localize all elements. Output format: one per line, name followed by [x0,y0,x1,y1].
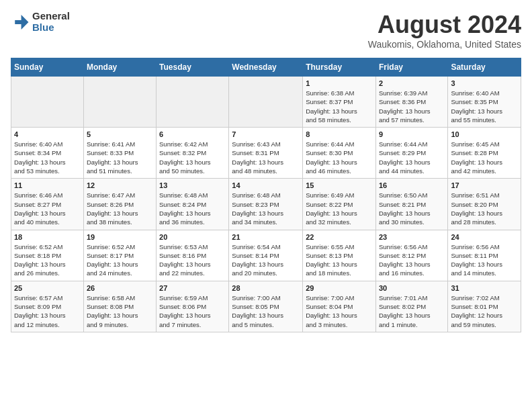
day-info: Sunrise: 6:51 AM Sunset: 8:20 PM Dayligh… [451,191,518,226]
day-number: 13 [159,181,226,189]
location-text: Waukomis, Oklahoma, United States [368,39,521,50]
day-number: 20 [159,233,226,241]
calendar-cell: 24Sunrise: 6:56 AM Sunset: 8:11 PM Dayli… [448,230,521,281]
day-number: 5 [87,130,153,138]
calendar-cell: 20Sunrise: 6:53 AM Sunset: 8:16 PM Dayli… [157,230,229,281]
day-number: 2 [379,79,445,87]
day-info: Sunrise: 6:47 AM Sunset: 8:26 PM Dayligh… [87,191,153,226]
calendar-cell: 12Sunrise: 6:47 AM Sunset: 8:26 PM Dayli… [83,179,156,230]
logo-blue-text: Blue [32,22,70,34]
day-info: Sunrise: 6:38 AM Sunset: 8:37 PM Dayligh… [306,89,373,124]
calendar-cell: 4Sunrise: 6:40 AM Sunset: 8:34 PM Daylig… [11,128,84,179]
day-number: 19 [87,233,153,241]
page-header: General Blue August 2024 Waukomis, Oklah… [11,11,521,50]
day-number: 9 [379,130,445,138]
calendar-cell: 21Sunrise: 6:54 AM Sunset: 8:14 PM Dayli… [229,230,303,281]
day-number: 27 [159,284,226,292]
calendar-cell [11,77,84,128]
day-header-friday: Friday [375,58,447,77]
day-info: Sunrise: 6:57 AM Sunset: 8:09 PM Dayligh… [14,293,81,329]
calendar-cell: 31Sunrise: 7:02 AM Sunset: 8:01 PM Dayli… [448,281,521,332]
day-info: Sunrise: 6:52 AM Sunset: 8:18 PM Dayligh… [14,242,81,278]
day-number: 29 [306,284,373,292]
calendar-body: 1Sunrise: 6:38 AM Sunset: 8:37 PM Daylig… [11,77,521,332]
month-title: August 2024 [368,11,521,39]
day-info: Sunrise: 7:00 AM Sunset: 8:05 PM Dayligh… [232,293,300,329]
calendar-cell: 6Sunrise: 6:42 AM Sunset: 8:32 PM Daylig… [157,128,229,179]
day-number: 21 [232,233,300,241]
day-number: 10 [451,130,518,138]
calendar-cell: 1Sunrise: 6:38 AM Sunset: 8:37 PM Daylig… [303,77,376,128]
day-info: Sunrise: 6:54 AM Sunset: 8:14 PM Dayligh… [232,242,300,278]
calendar-week-1: 1Sunrise: 6:38 AM Sunset: 8:37 PM Daylig… [11,77,521,128]
calendar-cell: 27Sunrise: 6:59 AM Sunset: 8:06 PM Dayli… [157,281,229,332]
day-number: 16 [379,181,445,189]
day-info: Sunrise: 7:01 AM Sunset: 8:02 PM Dayligh… [379,293,445,329]
calendar-cell: 11Sunrise: 6:46 AM Sunset: 8:27 PM Dayli… [11,179,84,230]
day-info: Sunrise: 7:02 AM Sunset: 8:01 PM Dayligh… [451,293,518,329]
day-info: Sunrise: 6:53 AM Sunset: 8:16 PM Dayligh… [159,242,226,278]
calendar-cell: 13Sunrise: 6:48 AM Sunset: 8:24 PM Dayli… [157,179,229,230]
day-header-tuesday: Tuesday [157,58,229,77]
day-info: Sunrise: 6:46 AM Sunset: 8:27 PM Dayligh… [14,191,81,226]
calendar-cell: 5Sunrise: 6:41 AM Sunset: 8:33 PM Daylig… [83,128,156,179]
calendar-week-4: 18Sunrise: 6:52 AM Sunset: 8:18 PM Dayli… [11,230,521,281]
day-number: 22 [306,233,373,241]
day-number: 4 [14,130,81,138]
day-number: 28 [232,284,300,292]
calendar-week-2: 4Sunrise: 6:40 AM Sunset: 8:34 PM Daylig… [11,128,521,179]
day-header-sunday: Sunday [11,58,84,77]
day-number: 7 [232,130,300,138]
calendar-cell: 3Sunrise: 6:40 AM Sunset: 8:35 PM Daylig… [448,77,521,128]
calendar-cell: 15Sunrise: 6:49 AM Sunset: 8:22 PM Dayli… [303,179,376,230]
day-info: Sunrise: 7:00 AM Sunset: 8:04 PM Dayligh… [306,293,373,329]
day-info: Sunrise: 6:52 AM Sunset: 8:17 PM Dayligh… [87,242,153,278]
calendar-cell [229,77,303,128]
title-block: August 2024 Waukomis, Oklahoma, United S… [368,11,521,50]
calendar-cell: 29Sunrise: 7:00 AM Sunset: 8:04 PM Dayli… [303,281,376,332]
day-number: 23 [379,233,445,241]
calendar-cell [157,77,229,128]
day-number: 12 [87,181,153,189]
day-header-monday: Monday [83,58,156,77]
day-info: Sunrise: 6:50 AM Sunset: 8:21 PM Dayligh… [379,191,445,226]
logo-icon [11,13,30,32]
logo-general-text: General [32,11,70,22]
calendar-cell: 9Sunrise: 6:44 AM Sunset: 8:29 PM Daylig… [375,128,447,179]
calendar-cell: 17Sunrise: 6:51 AM Sunset: 8:20 PM Dayli… [448,179,521,230]
day-number: 31 [451,284,518,292]
day-info: Sunrise: 6:55 AM Sunset: 8:13 PM Dayligh… [306,242,373,278]
day-info: Sunrise: 6:43 AM Sunset: 8:31 PM Dayligh… [232,140,300,175]
calendar-cell: 22Sunrise: 6:55 AM Sunset: 8:13 PM Dayli… [303,230,376,281]
calendar-cell: 28Sunrise: 7:00 AM Sunset: 8:05 PM Dayli… [229,281,303,332]
day-info: Sunrise: 6:48 AM Sunset: 8:23 PM Dayligh… [232,191,300,226]
logo-text: General Blue [32,11,70,33]
day-info: Sunrise: 6:39 AM Sunset: 8:36 PM Dayligh… [379,89,445,124]
day-number: 6 [159,130,226,138]
day-info: Sunrise: 6:41 AM Sunset: 8:33 PM Dayligh… [87,140,153,175]
day-info: Sunrise: 6:40 AM Sunset: 8:35 PM Dayligh… [451,89,518,124]
calendar-cell: 8Sunrise: 6:44 AM Sunset: 8:30 PM Daylig… [303,128,376,179]
calendar-cell: 18Sunrise: 6:52 AM Sunset: 8:18 PM Dayli… [11,230,84,281]
day-number: 8 [306,130,373,138]
day-info: Sunrise: 6:48 AM Sunset: 8:24 PM Dayligh… [159,191,226,226]
calendar-cell: 30Sunrise: 7:01 AM Sunset: 8:02 PM Dayli… [375,281,447,332]
day-number: 24 [451,233,518,241]
logo: General Blue [11,11,70,33]
day-number: 18 [14,233,81,241]
day-info: Sunrise: 6:59 AM Sunset: 8:06 PM Dayligh… [159,293,226,329]
calendar-cell: 23Sunrise: 6:56 AM Sunset: 8:12 PM Dayli… [375,230,447,281]
day-number: 14 [232,181,300,189]
svg-marker-0 [15,15,28,30]
day-header-saturday: Saturday [448,58,521,77]
day-header-thursday: Thursday [303,58,376,77]
calendar-cell: 14Sunrise: 6:48 AM Sunset: 8:23 PM Dayli… [229,179,303,230]
day-number: 17 [451,181,518,189]
calendar-cell: 26Sunrise: 6:58 AM Sunset: 8:08 PM Dayli… [83,281,156,332]
calendar-week-5: 25Sunrise: 6:57 AM Sunset: 8:09 PM Dayli… [11,281,521,332]
calendar-week-3: 11Sunrise: 6:46 AM Sunset: 8:27 PM Dayli… [11,179,521,230]
calendar-table: SundayMondayTuesdayWednesdayThursdayFrid… [11,58,521,332]
calendar-cell: 10Sunrise: 6:45 AM Sunset: 8:28 PM Dayli… [448,128,521,179]
day-header-row: SundayMondayTuesdayWednesdayThursdayFrid… [11,58,521,77]
calendar-cell: 7Sunrise: 6:43 AM Sunset: 8:31 PM Daylig… [229,128,303,179]
